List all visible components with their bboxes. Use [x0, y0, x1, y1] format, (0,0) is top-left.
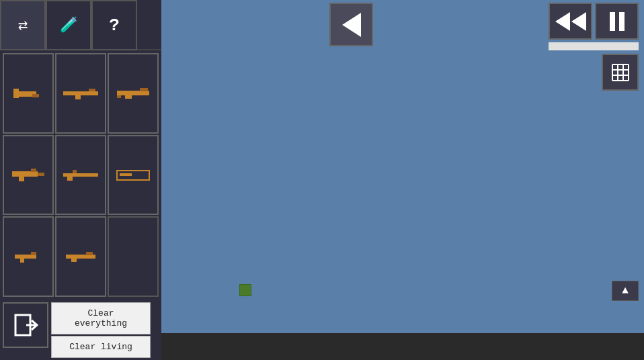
progress-bar[interactable] [549, 42, 639, 50]
top-right-controls [549, 3, 639, 50]
pause-bar-left [610, 12, 615, 31]
rewind-icon [555, 12, 586, 31]
grid-item-1[interactable] [3, 53, 54, 134]
rewind-arrow2-icon [571, 12, 586, 31]
back-button[interactable] [329, 3, 373, 46]
svg-rect-6 [117, 91, 149, 95]
pause-icon [610, 12, 625, 31]
potion-icon: 🧪 [60, 16, 78, 34]
svg-rect-16 [67, 177, 73, 181]
svg-rect-14 [63, 173, 98, 177]
svg-rect-5 [75, 95, 81, 99]
mini-rifle-icon [66, 249, 95, 264]
potion-button[interactable]: 🧪 [46, 0, 91, 50]
bottom-right-indicator: ▲ [612, 281, 639, 301]
grid-icon [607, 59, 634, 86]
playback-controls [549, 3, 639, 40]
label-icon [116, 167, 151, 182]
svg-rect-24 [71, 259, 77, 262]
rewind-button[interactable] [549, 3, 592, 40]
svg-rect-13 [38, 173, 44, 176]
rifle2-icon [116, 86, 151, 101]
clear-living-button[interactable]: Clear living [51, 336, 151, 358]
mini-gun-icon [13, 249, 43, 264]
svg-rect-3 [63, 91, 98, 95]
svg-rect-8 [125, 95, 132, 99]
svg-rect-12 [19, 177, 24, 181]
clear-everything-button[interactable]: Clear everything [51, 302, 151, 334]
grid-toggle-button[interactable] [602, 54, 639, 91]
swap-button[interactable]: ⇄ [0, 0, 46, 50]
bottom-bar [161, 333, 644, 360]
question-icon: ? [109, 15, 120, 36]
grid-item-7[interactable] [3, 216, 54, 297]
bottom-section: Clear everything Clear living [0, 300, 161, 360]
svg-rect-11 [31, 169, 36, 172]
svg-rect-23 [86, 252, 93, 255]
rewind-arrow1-icon [555, 12, 570, 31]
svg-rect-2 [32, 94, 39, 97]
svg-rect-18 [120, 173, 132, 176]
smg-icon [12, 167, 44, 182]
context-menu: Clear everything Clear living [51, 302, 151, 358]
grid-item-8[interactable] [55, 216, 106, 297]
exit-icon [13, 312, 38, 338]
upload-icon: ▲ [622, 285, 629, 297]
game-object-green [239, 284, 251, 296]
svg-rect-4 [89, 89, 95, 91]
svg-rect-21 [20, 259, 24, 263]
smg2-icon [63, 167, 98, 182]
grid-item-2[interactable] [55, 53, 106, 134]
pause-bar-right [619, 12, 625, 31]
help-button[interactable]: ? [91, 0, 137, 50]
svg-rect-1 [13, 89, 19, 98]
svg-rect-10 [12, 171, 38, 177]
svg-rect-15 [73, 170, 77, 173]
svg-rect-7 [140, 88, 148, 91]
grid-item-4[interactable] [3, 135, 54, 216]
grid-item-5[interactable] [55, 135, 106, 216]
rifle-icon [63, 86, 98, 101]
top-toolbar: ⇄ 🧪 ? [0, 0, 161, 50]
svg-rect-20 [31, 252, 36, 255]
grid-item-3[interactable] [108, 53, 159, 134]
item-grid [0, 50, 161, 300]
pistol-icon [12, 86, 44, 101]
swap-icon: ⇄ [18, 15, 28, 35]
left-panel: ⇄ 🧪 ? [0, 0, 161, 360]
grid-item-9[interactable] [108, 216, 159, 297]
game-area: ▲ [161, 0, 644, 333]
back-arrow-icon [342, 13, 361, 37]
grid-item-6[interactable] [108, 135, 159, 216]
exit-button[interactable] [3, 302, 48, 348]
svg-rect-9 [117, 95, 121, 98]
pause-button[interactable] [595, 3, 639, 40]
